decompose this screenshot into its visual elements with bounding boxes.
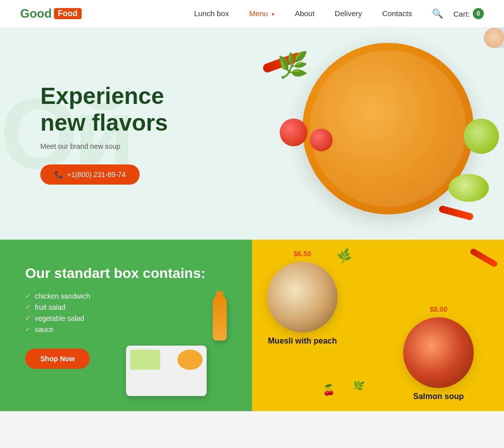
nav-item-about[interactable]: About: [295, 9, 314, 18]
item-label: fruit salad: [35, 303, 66, 311]
product-card-salmon: $8.00 Salmon soup: [403, 305, 474, 401]
green-panel-title: Our standart box contains:: [25, 265, 227, 282]
herb-decoration-1: 🌿: [336, 248, 353, 265]
chili-yellow-decoration: [469, 248, 498, 268]
nav-link-contacts[interactable]: Contacts: [382, 9, 412, 18]
lime-decoration-2: [449, 174, 489, 202]
lunchbox-decoration: [121, 280, 247, 406]
yellow-panel: 🌿 🌿 🍒 $6.50 Muesli with peach $8.00 Salm…: [252, 240, 504, 411]
hero-phone-button[interactable]: 📞 +1(800) 231-89-74: [40, 164, 140, 185]
check-icon: ✓: [25, 292, 31, 300]
product-price-muesli: $6.50: [267, 250, 338, 258]
food-plate-decoration: [302, 43, 474, 214]
product-name-salmon: Salmon soup: [403, 392, 474, 401]
logo-good: Good: [20, 7, 52, 21]
hero-phone-number: +1(800) 231-89-74: [67, 171, 125, 179]
shop-now-button[interactable]: Shop Now: [25, 349, 90, 369]
logo[interactable]: Good Food: [20, 7, 82, 21]
nav-item-lunchbox[interactable]: Lunch box: [194, 9, 229, 18]
greens-decoration: [277, 50, 328, 81]
bottom-section: Our standart box contains: ✓ chicken san…: [0, 240, 504, 411]
chevron-down-icon: ▾: [272, 11, 275, 17]
nav-link-lunchbox[interactable]: Lunch box: [194, 9, 229, 18]
lime-decoration-1: [464, 119, 499, 154]
nav-item-delivery[interactable]: Delivery: [335, 9, 362, 18]
green-panel: Our standart box contains: ✓ chicken san…: [0, 240, 252, 411]
berries-decoration: 🍒: [323, 384, 335, 396]
salmon-bowl: [403, 317, 474, 388]
cart-count: 0: [473, 8, 484, 19]
check-icon: ✓: [25, 303, 31, 311]
tomato-decoration-2: [310, 129, 333, 151]
nav-right: 🔍 Cart: 0: [432, 8, 484, 19]
nav-links: Lunch box Menu ▾ About Delivery Contacts: [194, 9, 412, 18]
check-icon: ✓: [25, 314, 31, 322]
check-icon: ✓: [25, 325, 31, 333]
chili-decoration-2: [438, 205, 474, 221]
hero-content: Experience new flavors Meet our brand ne…: [0, 83, 202, 185]
item-label: sauce: [35, 325, 53, 333]
phone-icon: 📞: [54, 171, 63, 179]
nav-item-menu[interactable]: Menu ▾: [249, 9, 275, 18]
bottle-decoration: [213, 295, 227, 341]
product-price-salmon: $8.00: [403, 305, 474, 313]
muesli-bowl: [267, 262, 338, 332]
item-label: vegetable salad: [35, 314, 84, 322]
nav-link-about[interactable]: About: [295, 9, 314, 18]
navbar: Good Food Lunch box Menu ▾ About Deliver…: [0, 0, 504, 28]
search-button[interactable]: 🔍: [432, 8, 443, 19]
cart-label: Cart:: [453, 10, 470, 18]
search-icon: 🔍: [432, 9, 443, 19]
lunchbox-tray: [126, 346, 207, 396]
hero-subtitle: Meet our brand new soup: [40, 142, 202, 150]
nav-link-menu[interactable]: Menu ▾: [249, 9, 275, 18]
hero-section: Ой Experience new flavors Meet our brand…: [0, 28, 504, 240]
cart-button[interactable]: Cart: 0: [453, 8, 484, 19]
hero-title: Experience new flavors: [40, 83, 202, 136]
avatar-face: [484, 28, 504, 48]
herb-decoration-2: 🌿: [352, 379, 365, 393]
nav-link-delivery[interactable]: Delivery: [335, 9, 362, 18]
product-name-muesli: Muesli with peach: [267, 337, 338, 346]
tomato-decoration-1: [280, 119, 307, 146]
avatar: [484, 28, 504, 48]
product-card-muesli: $6.50 Muesli with peach: [267, 250, 338, 346]
nav-item-contacts[interactable]: Contacts: [382, 9, 412, 18]
item-label: chicken sandwich: [35, 292, 90, 300]
logo-food: Food: [54, 8, 82, 19]
